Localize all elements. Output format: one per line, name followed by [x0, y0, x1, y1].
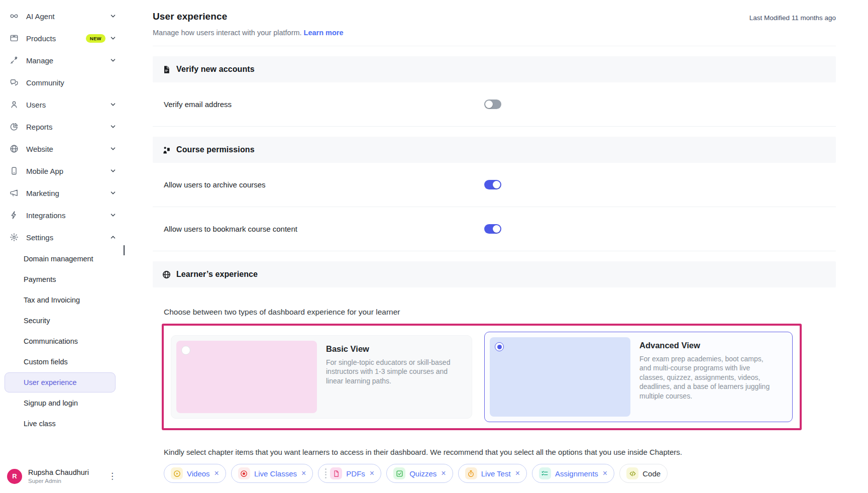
sidebar-item-communications[interactable]: Communications: [5, 331, 116, 351]
last-modified: Last Modified 11 months ago: [749, 14, 836, 22]
allow-users-to-bookmark-course-content-toggle[interactable]: [484, 224, 501, 234]
sidebar-item-custom-fields[interactable]: Custom fields: [5, 352, 116, 372]
allow-users-to-archive-courses-toggle[interactable]: [484, 180, 501, 189]
card-text: Basic ViewFor single-topic educators or …: [326, 341, 464, 413]
sidebar-item-live-class[interactable]: Live class: [5, 414, 116, 434]
verify-accounts-icon: [162, 65, 171, 74]
remove-chip-icon[interactable]: ×: [214, 469, 219, 477]
chip-quizzes[interactable]: Quizzes×: [386, 464, 453, 483]
verify-rows: Verify email address: [153, 82, 836, 127]
chip-videos[interactable]: Videos×: [164, 464, 226, 483]
drag-handle-icon[interactable]: [325, 468, 327, 478]
sidebar-item-manage[interactable]: Manage: [0, 49, 127, 71]
setting-row-allow-users-to-bookmark-course-content: Allow users to bookmark course content: [153, 207, 836, 251]
chip-live-test[interactable]: Live Test×: [458, 464, 527, 483]
sidebar-item-settings[interactable]: Settings: [0, 226, 127, 248]
advanced-view-radio[interactable]: [495, 342, 504, 351]
section-course-permissions: Course permissions: [153, 137, 836, 163]
section-title: Course permissions: [176, 145, 255, 154]
community-icon: [9, 77, 19, 87]
sidebar-item-website[interactable]: Website: [0, 138, 127, 160]
avatar: R: [7, 469, 22, 484]
settings-submenu: Domain managementPaymentsTax and Invoici…: [0, 249, 127, 434]
app-window: AI AgentProductsNEWManageCommunityUsersR…: [0, 0, 868, 493]
sidebar-item-label: Website: [26, 145, 110, 153]
page-title-block: User experience Manage how users interac…: [153, 11, 344, 37]
basic-view-radio[interactable]: [181, 346, 190, 355]
chip-pdfs[interactable]: PDFs×: [318, 464, 381, 483]
sidebar-item-label: Reports: [26, 123, 110, 131]
chip-assignments[interactable]: Assignments×: [532, 464, 614, 483]
chip-label: Code: [642, 469, 661, 478]
sidebar-item-products[interactable]: ProductsNEW: [0, 27, 127, 49]
chevron-down-icon: [110, 124, 117, 130]
sidebar-item-payments[interactable]: Payments: [5, 269, 116, 289]
page-header: User experience Manage how users interac…: [153, 0, 836, 46]
timer-icon: [465, 467, 477, 479]
main-content: User experience Manage how users interac…: [127, 0, 868, 493]
chip-live-classes[interactable]: Live Classes×: [231, 464, 313, 483]
course-rows: Allow users to archive coursesAllow user…: [153, 163, 836, 251]
chip-label: Assignments: [555, 469, 598, 478]
chevron-down-icon: [110, 190, 117, 196]
basic-view-thumbnail: [176, 341, 317, 413]
sidebar-item-integrations[interactable]: Integrations: [0, 204, 127, 226]
sidebar-item-label: Mobile App: [26, 167, 110, 175]
card-title: Basic View: [326, 344, 461, 354]
sidebar-item-ai-agent[interactable]: AI Agent: [0, 5, 127, 27]
gear-icon: [9, 232, 19, 242]
checklist-icon: [539, 467, 551, 479]
setting-row-verify-email-address: Verify email address: [153, 82, 836, 127]
sidebar-item-users[interactable]: Users: [0, 93, 127, 116]
dashboard-choice-prompt: Choose between two types of dashboard ex…: [164, 308, 836, 317]
quiz-icon: [393, 467, 405, 479]
remove-chip-icon[interactable]: ×: [441, 469, 446, 477]
chevron-down-icon: [110, 35, 117, 41]
user-profile[interactable]: R Rupsha Chaudhuri Super Admin ⋮: [0, 463, 127, 489]
section-title: Verify new accounts: [176, 65, 255, 74]
chip-label: PDFs: [346, 469, 365, 478]
sidebar-item-reports[interactable]: Reports: [0, 116, 127, 138]
sidebar-item-community[interactable]: Community: [0, 71, 127, 93]
mobile-icon: [9, 166, 19, 176]
page-subtitle-text: Manage how users interact with your plat…: [153, 29, 302, 37]
sidebar-item-label: AI Agent: [26, 12, 110, 21]
sidebar-item-label: Marketing: [26, 189, 110, 198]
page-title: User experience: [153, 11, 344, 22]
chevron-up-icon: [110, 234, 117, 240]
sidebar-item-tax-and-invoicing[interactable]: Tax and Invoicing: [5, 290, 116, 310]
basic-view-card[interactable]: Basic ViewFor single-topic educators or …: [171, 335, 472, 419]
remove-chip-icon[interactable]: ×: [301, 469, 306, 477]
card-text: Advanced ViewFor exam prep academies, bo…: [639, 337, 777, 417]
sidebar-item-user-experience[interactable]: User experience: [5, 372, 116, 392]
globe-icon: [9, 144, 19, 154]
chip-code[interactable]: Code: [619, 464, 668, 483]
chip-label: Videos: [187, 469, 210, 478]
learn-more-link[interactable]: Learn more: [304, 29, 344, 37]
remove-chip-icon[interactable]: ×: [603, 469, 607, 477]
code-icon: [626, 467, 638, 479]
play-icon: [171, 467, 183, 479]
kebab-menu-icon[interactable]: ⋮: [106, 470, 119, 482]
setting-row-allow-users-to-archive-courses: Allow users to archive courses: [153, 163, 836, 207]
dashboard-options-highlight: Basic ViewFor single-topic educators or …: [162, 324, 802, 430]
pdf-icon: [330, 467, 342, 479]
user-role: Super Admin: [28, 478, 106, 484]
sidebar-item-signup-and-login[interactable]: Signup and login: [5, 393, 116, 413]
chip-label: Quizzes: [409, 469, 437, 478]
sidebar-item-marketing[interactable]: Marketing: [0, 182, 127, 204]
setting-label: Allow users to archive courses: [164, 180, 484, 189]
verify-email-address-toggle[interactable]: [484, 100, 501, 109]
sidebar-item-mobile-app[interactable]: Mobile App: [0, 160, 127, 182]
sidebar-item-security[interactable]: Security: [5, 311, 116, 331]
card-title: Advanced View: [639, 341, 774, 350]
chevron-down-icon: [110, 212, 117, 218]
sidebar-nav: AI AgentProductsNEWManageCommunityUsersR…: [0, 5, 127, 248]
products-icon: [9, 33, 19, 43]
toggle-knob: [493, 225, 500, 233]
chapter-item-chips: Videos×Live Classes×PDFs×Quizzes×Live Te…: [164, 464, 836, 483]
remove-chip-icon[interactable]: ×: [370, 469, 374, 477]
sidebar-item-domain-management[interactable]: Domain management: [5, 249, 116, 269]
advanced-view-card[interactable]: Advanced ViewFor exam prep academies, bo…: [484, 332, 793, 422]
remove-chip-icon[interactable]: ×: [515, 469, 520, 477]
